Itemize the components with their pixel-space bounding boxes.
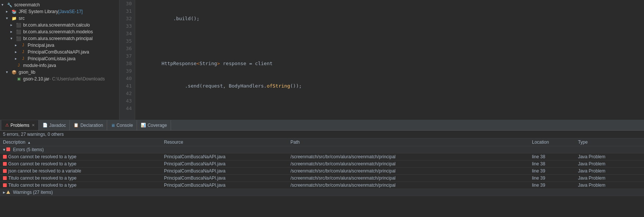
col-desc-header[interactable]: Description ▲ xyxy=(0,138,161,146)
package-icon: ⬛ xyxy=(16,22,22,28)
tab-coverage[interactable]: 📊 Coverage xyxy=(137,120,171,130)
col-location-header[interactable]: Location xyxy=(529,138,575,146)
chevron-right-icon5: ▸ xyxy=(15,50,19,54)
sidebar-item-pkg-modelos[interactable]: ▸ ⬛ br.com.alura.screenmatch.modelos xyxy=(0,28,119,35)
error-group-icon xyxy=(6,147,10,151)
chevron-right-icon3: ▸ xyxy=(10,30,15,34)
code-line-33: .send(request, BodyHandlers.ofString()); xyxy=(138,82,641,90)
error-location-1: line 38 xyxy=(532,161,545,166)
project-icon: 🔧 xyxy=(7,2,13,8)
code-line-30: .build(); xyxy=(138,15,641,22)
col-location-label: Location xyxy=(532,140,549,145)
table-row[interactable]: Gson cannot be resolved to a type Princi… xyxy=(0,161,644,168)
chevron-right-icon4: ▸ xyxy=(15,43,19,48)
sidebar-item-root[interactable]: ▾ 🔧 screenmatch xyxy=(0,1,119,8)
error-resource-1: PrincipalComBuscaNaAPI.java xyxy=(164,161,225,166)
tab-coverage-label: Coverage xyxy=(147,123,167,128)
error-path-4: /screenmatch/src/br/com/alura/screenmatc… xyxy=(290,183,395,188)
chevron-right-icon6: ▸ xyxy=(15,56,19,61)
error-path-2: /screenmatch/src/br/com/alura/screenmatc… xyxy=(290,168,395,174)
principalcomlistas-label: PrincipalComListas.java xyxy=(28,56,75,61)
summary-text: 5 errors, 27 warnings, 0 others xyxy=(3,132,64,137)
lib-icon: 📚 xyxy=(11,9,17,15)
col-resource-label: Resource xyxy=(164,140,183,145)
sidebar-item-pkg-calculo[interactable]: ▸ ⬛ br.com.alura.screenmatch.calculo xyxy=(0,22,119,28)
col-path-label: Path xyxy=(290,140,300,145)
tab-javadoc[interactable]: 📄 Javadoc xyxy=(39,120,70,130)
tab-bar: ⚠ Problems ✕ 📄 Javadoc 📋 Declaration 🖥 C… xyxy=(0,120,644,131)
warnings-group-row[interactable]: Warnings (27 items) xyxy=(0,189,644,196)
table-row[interactable]: Titulo cannot be resolved to a type Prin… xyxy=(0,175,644,182)
chevron-down-icon3: ▾ xyxy=(10,36,15,41)
sidebar-item-principal-java[interactable]: ▸ J Principal.java xyxy=(0,42,119,49)
problems-tab-close[interactable]: ✕ xyxy=(32,123,35,127)
chevron-down-icon4: ▾ xyxy=(6,70,10,74)
error-resource-3: PrincipalComBuscaNaAPI.java xyxy=(164,175,225,181)
error-desc-2: json cannot be resolved to a variable xyxy=(8,168,81,174)
error-icon-4 xyxy=(3,183,7,187)
error-resource-2: PrincipalComBuscaNaAPI.java xyxy=(164,168,225,174)
code-editor[interactable]: 30 31 32 33 34 35 36 37 38 39 40 41 42 4… xyxy=(119,0,644,120)
sidebar: ▾ 🔧 screenmatch ▸ 📚 JRE System Library [… xyxy=(0,0,119,120)
sidebar-item-principalcomapi-java[interactable]: ▸ J PrincipalComBuscaNaAPI.java xyxy=(0,49,119,55)
sidebar-item-jre[interactable]: ▸ 📚 JRE System Library [JavaSE-17] xyxy=(0,8,119,15)
tab-javadoc-label: Javadoc xyxy=(49,123,66,128)
errors-chevron-icon xyxy=(3,147,5,152)
sidebar-item-module-info[interactable]: J module-info.java xyxy=(0,62,119,69)
error-desc-0: Gson cannot be resolved to a type xyxy=(8,154,77,159)
error-icon-1 xyxy=(3,162,7,166)
error-location-4: line 39 xyxy=(532,183,545,188)
sidebar-item-src[interactable]: ▾ 📁 src xyxy=(0,15,119,22)
gson-jar-path: - C:\Users\unifei\Downloads xyxy=(49,76,105,82)
module-info-label: module-info.java xyxy=(23,63,56,68)
chevron-right-icon2: ▸ xyxy=(10,23,15,27)
problems-table: Description ▲ Resource Path Location Typ… xyxy=(0,138,644,196)
table-row[interactable]: json cannot be resolved to a variable Pr… xyxy=(0,168,644,175)
chevron-down-icon2: ▾ xyxy=(6,16,10,21)
tab-problems-label: Problems xyxy=(10,123,29,128)
sidebar-item-principalcomlistas-java[interactable]: ▸ J PrincipalComListas.java xyxy=(0,55,119,62)
tab-console[interactable]: 🖥 Console xyxy=(107,120,137,130)
gson-lib-label: gson_lib xyxy=(19,70,35,75)
java-icon2: J xyxy=(20,49,26,55)
col-type-header[interactable]: Type xyxy=(575,138,644,146)
editor-area: 30 31 32 33 34 35 36 37 38 39 40 41 42 4… xyxy=(119,0,644,120)
sidebar-item-gson-lib[interactable]: ▾ 📦 gson_lib xyxy=(0,69,119,76)
principal-java-label: Principal.java xyxy=(28,43,54,48)
code-line-32: HttpResponse<String> response = client xyxy=(138,60,641,67)
error-resource-4: PrincipalComBuscaNaAPI.java xyxy=(164,183,225,188)
error-path-0: /screenmatch/src/br/com/alura/screenmatc… xyxy=(290,154,395,159)
pkg-calculo-label: br.com.alura.screenmatch.calculo xyxy=(23,22,90,28)
tab-declaration[interactable]: 📋 Declaration xyxy=(70,120,107,130)
errors-group-label: Errors (5 items) xyxy=(13,147,44,152)
coverage-tab-icon: 📊 xyxy=(141,123,146,128)
error-type-0: Java Problem xyxy=(578,154,605,159)
error-type-2: Java Problem xyxy=(578,168,605,174)
jre-badge: [JavaSE-17] xyxy=(58,9,83,14)
error-path-3: /screenmatch/src/br/com/alura/screenmatc… xyxy=(290,175,395,181)
gson-jar-label: gson-2.10.jar xyxy=(23,76,49,82)
col-resource-header[interactable]: Resource xyxy=(161,138,287,146)
error-desc-3: Titulo cannot be resolved to a type xyxy=(8,175,77,181)
error-icon-0 xyxy=(3,155,7,159)
java-icon4: J xyxy=(16,62,22,68)
code-content: .build(); HttpResponse<String> response … xyxy=(135,0,644,120)
chevron-none2 xyxy=(10,77,15,81)
error-desc-1: Gson cannot be resolved to a type xyxy=(8,161,77,166)
col-desc-label: Description xyxy=(3,140,25,145)
sidebar-item-gson-jar[interactable]: ▣ gson-2.10.jar - C:\Users\unifei\Downlo… xyxy=(0,76,119,82)
sidebar-item-pkg-principal[interactable]: ▾ ⬛ br.com.alura.screenmatch.principal xyxy=(0,35,119,42)
error-resource-0: PrincipalComBuscaNaAPI.java xyxy=(164,154,225,159)
declaration-tab-icon: 📋 xyxy=(74,123,79,128)
pkg-principal-label: br.com.alura.screenmatch.principal xyxy=(23,36,93,41)
errors-group-row[interactable]: Errors (5 items) xyxy=(0,146,644,153)
error-desc-4: Titulo cannot be resolved to a type xyxy=(8,183,77,188)
table-row[interactable]: Titulo cannot be resolved to a type Prin… xyxy=(0,182,644,189)
problems-tab-icon: ⚠ xyxy=(5,123,9,128)
tab-problems[interactable]: ⚠ Problems ✕ xyxy=(1,120,39,130)
jre-label: JRE System Library xyxy=(19,9,58,14)
pkg-modelos-label: br.com.alura.screenmatch.modelos xyxy=(23,29,93,34)
warnings-group-label: Warnings (27 items) xyxy=(13,190,53,195)
col-path-header[interactable]: Path xyxy=(287,138,529,146)
table-row[interactable]: Gson cannot be resolved to a type Princi… xyxy=(0,153,644,161)
